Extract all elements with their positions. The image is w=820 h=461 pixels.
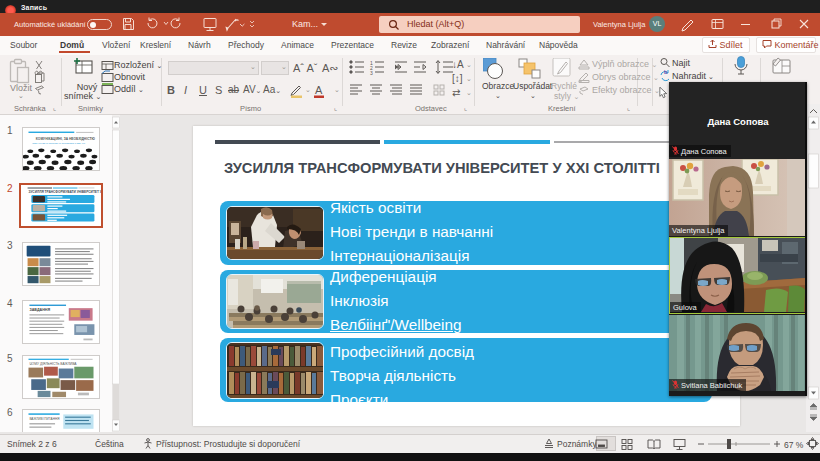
svg-text:67 %: 67 %: [784, 440, 804, 450]
svg-text:ЗУСИЛЛЯ ТРАНСФОРМУВАТИ УНІВЕРС: ЗУСИЛЛЯ ТРАНСФОРМУВАТИ УНІВЕРСИТЕТ У ХХІ…: [29, 190, 101, 194]
svg-text:A: A: [315, 84, 323, 96]
svg-text:ВАЖЛИВІ ПИТАННЯ: ВАЖЛИВІ ПИТАННЯ: [29, 417, 59, 421]
svg-text:ЗАВДАННЯ: ЗАВДАННЯ: [29, 308, 50, 312]
svg-text:ЧОМУ ДІЯЛЬНІСТЬ ВАЖЛИВА: ЧОМУ ДІЯЛЬНІСТЬ ВАЖЛИВА: [29, 362, 77, 366]
svg-text:3: 3: [370, 70, 373, 76]
svg-text:КОМУНІКАЦІЙНІ, ЗА НЕОБХІДНІСТЮ: КОМУНІКАЦІЙНІ, ЗА НЕОБХІДНІСТЮ: [36, 137, 96, 141]
